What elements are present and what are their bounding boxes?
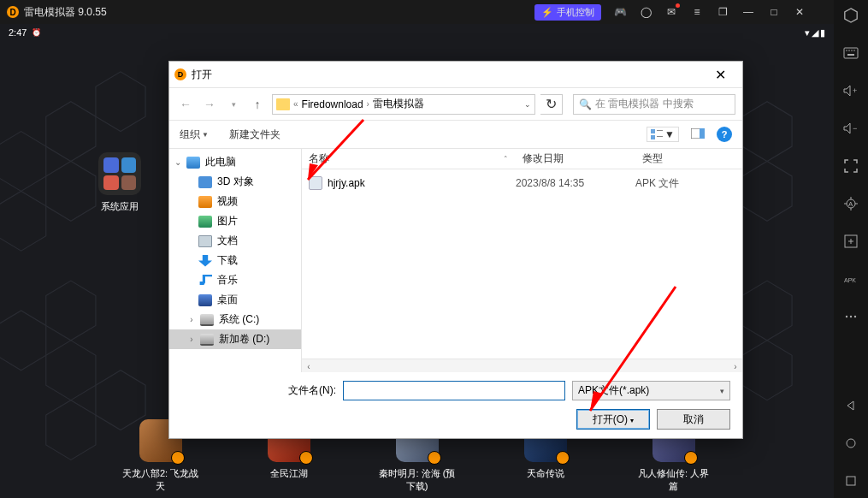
menu-icon[interactable]: ≡ (690, 5, 704, 19)
list-header: 名称˄ 修改日期 类型 (302, 149, 742, 169)
svg-rect-23 (700, 128, 705, 139)
gamepad-icon[interactable]: 🎮 (613, 5, 627, 19)
filename-label: 文件名(N): (288, 383, 336, 398)
chevron-down-icon: ▼ (202, 131, 209, 139)
column-type[interactable]: 类型 (635, 149, 742, 169)
refresh-icon[interactable]: ↻ (540, 94, 563, 115)
file-type-combo[interactable]: APK文件(*.apk) ▾ (572, 381, 730, 400)
chevron-down-icon[interactable]: ⌄ (524, 100, 531, 109)
scroll-left-icon[interactable]: ‹ (302, 359, 316, 373)
system-app-icon (98, 152, 141, 195)
tree-downloads[interactable]: 下载 (169, 251, 301, 270)
tree-this-pc[interactable]: ⌄此电脑 (169, 152, 301, 172)
open-button[interactable]: 打开(O) ▾ (576, 409, 650, 430)
video-icon (198, 196, 212, 208)
expand-icon[interactable]: ⌄ (173, 157, 183, 167)
bolt-icon: ⚡ (541, 7, 553, 18)
tree-videos[interactable]: 视频 (169, 192, 301, 211)
tree-drive-d[interactable]: ›新加卷 (D:) (169, 329, 301, 349)
file-type-label: APK文件(*.apk) (578, 383, 649, 398)
open-button-label: 打开(O) (593, 413, 628, 425)
tree-label: 桌面 (217, 293, 238, 307)
dock-label: 秦时明月: 沧海 (预下载) (379, 467, 456, 493)
organize-label: 组织 (180, 127, 200, 142)
battery-icon: ▮ (820, 27, 825, 39)
locate-icon[interactable]: A (842, 195, 859, 212)
tree-label: 文档 (217, 234, 238, 248)
new-folder-button[interactable]: 新建文件夹 (229, 127, 280, 142)
phone-control-button[interactable]: ⚡ 手机控制 (534, 4, 601, 21)
file-row[interactable]: hjrjy.apk 2023/8/8 14:35 APK 文件 (302, 169, 742, 188)
tree-music[interactable]: 音乐 (169, 270, 301, 290)
file-open-dialog: D 打开 ✕ ← → ▾ ↑ « Firedownload › 雷电模拟器 ⌄ … (168, 61, 743, 439)
mail-icon[interactable]: ✉ (664, 5, 678, 19)
help-icon[interactable]: ? (717, 127, 732, 142)
svg-point-5 (853, 50, 855, 51)
maximize-icon[interactable]: □ (767, 5, 781, 19)
download-icon (198, 255, 212, 267)
organize-button[interactable]: 组织▼ (180, 127, 209, 142)
horizontal-scrollbar[interactable]: ‹ › (302, 359, 742, 372)
tree-desktop[interactable]: 桌面 (169, 290, 301, 310)
back-triangle-icon[interactable] (842, 397, 859, 414)
keyboard-icon[interactable] (842, 44, 859, 62)
close-icon[interactable]: ✕ (793, 5, 806, 19)
tree-label: 视频 (217, 194, 238, 209)
tree-label: 3D 对象 (217, 175, 254, 189)
nav-forward-icon[interactable]: → (200, 95, 219, 114)
dialog-footer: 文件名(N): APK文件(*.apk) ▾ 打开(O) ▾ 取消 (169, 372, 742, 438)
svg-marker-0 (845, 9, 857, 22)
dialog-titlebar: D 打开 ✕ (169, 62, 742, 87)
breadcrumb-seg-1[interactable]: Firedownload (302, 98, 363, 110)
tree-label: 音乐 (217, 273, 238, 288)
desktop-app-system[interactable]: 系统应用 (94, 152, 145, 213)
expand-icon[interactable]: › (186, 335, 197, 344)
svg-point-16 (847, 439, 855, 448)
tree-3d-objects[interactable]: 3D 对象 (169, 172, 301, 192)
svg-point-14 (850, 316, 852, 317)
dialog-close-button[interactable]: ✕ (703, 62, 737, 87)
folder-tree[interactable]: ⌄此电脑 3D 对象 视频 图片 文档 下载 音乐 桌面 ›系统 (C:) ›新… (169, 149, 302, 372)
install-apk-icon[interactable]: APK (842, 270, 859, 288)
tree-pictures[interactable]: 图片 (169, 211, 301, 231)
tree-documents[interactable]: 文档 (169, 231, 301, 251)
breadcrumb[interactable]: « Firedownload › 雷电模拟器 ⌄ (272, 94, 535, 115)
file-type: APK 文件 (635, 176, 742, 191)
screenshot-add-icon[interactable] (842, 233, 859, 250)
phone-control-label: 手机控制 (557, 6, 594, 19)
scroll-right-icon[interactable]: › (729, 359, 742, 373)
view-mode-button[interactable]: ▼ (647, 127, 679, 142)
dock-label: 全民江湖 (251, 467, 328, 480)
minimize-icon[interactable]: — (741, 5, 755, 19)
view-list-icon (651, 129, 663, 139)
home-circle-icon[interactable] (842, 435, 859, 452)
svg-point-2 (846, 50, 847, 51)
multi-window-icon[interactable]: ❐ (716, 5, 729, 19)
search-input[interactable]: 🔍 在 雷电模拟器 中搜索 (573, 94, 735, 115)
nav-recent-dropdown[interactable]: ▾ (224, 95, 243, 114)
column-date[interactable]: 修改日期 (516, 149, 635, 169)
preview-pane-button[interactable] (691, 128, 705, 141)
nav-back-icon[interactable]: ← (176, 95, 195, 114)
more-icon[interactable] (842, 308, 859, 325)
volume-up-icon[interactable]: + (842, 82, 859, 99)
tree-drive-c[interactable]: ›系统 (C:) (169, 310, 301, 329)
column-name[interactable]: 名称˄ (302, 149, 516, 169)
fullscreen-icon[interactable] (842, 157, 859, 175)
right-toolbar: + − A APK (834, 0, 868, 498)
settings-hex-icon[interactable] (842, 7, 859, 24)
cancel-button[interactable]: 取消 (657, 409, 730, 430)
filename-input[interactable] (343, 381, 565, 400)
svg-text:A: A (848, 200, 853, 208)
svg-rect-21 (657, 136, 663, 137)
svg-rect-6 (847, 54, 854, 56)
volume-down-icon[interactable]: − (842, 120, 859, 137)
expand-icon[interactable]: › (186, 315, 197, 324)
recents-square-icon[interactable] (842, 472, 859, 489)
breadcrumb-seg-2[interactable]: 雷电模拟器 (373, 97, 424, 111)
tree-label: 图片 (217, 214, 238, 228)
nav-up-icon[interactable]: ↑ (248, 95, 267, 114)
list-body[interactable]: hjrjy.apk 2023/8/8 14:35 APK 文件 (302, 169, 742, 359)
music-icon (198, 275, 212, 287)
user-icon[interactable]: ◯ (639, 5, 652, 19)
